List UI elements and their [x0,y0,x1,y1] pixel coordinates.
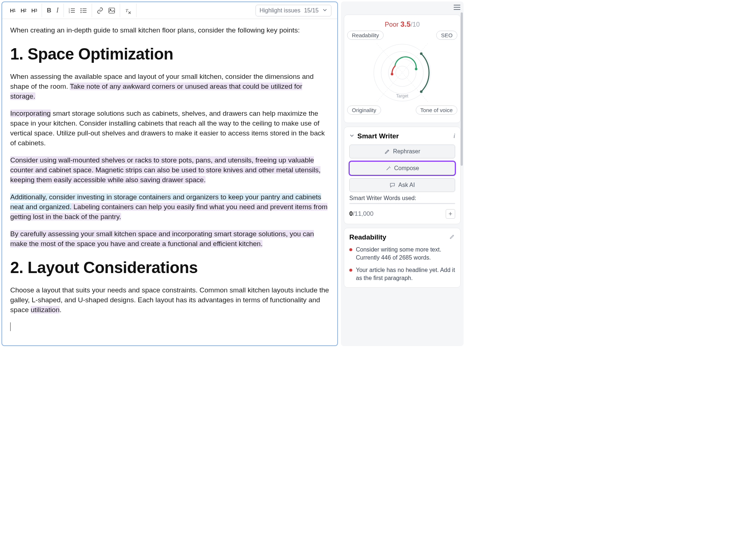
info-icon[interactable]: i [454,133,455,139]
svg-point-26 [391,73,393,76]
score-line: Poor 3.5/10 [349,20,456,28]
svg-text:T: T [125,8,128,13]
issue-count: 15/15 [304,7,319,14]
highlighted-text: Incorporating [10,110,51,117]
link-button[interactable] [94,5,106,16]
editor-column: H1 H2 H3 B I 123 T [1,1,338,346]
issue-list: Consider writing some more text. Current… [349,246,455,282]
text-cursor [10,322,11,331]
bold-button[interactable]: B [44,5,54,16]
list-group: 123 [64,4,92,17]
menu-icon[interactable] [453,4,461,12]
paragraph: Additionally, consider investing in stor… [10,192,329,222]
paragraph: When assessing the available space and l… [10,72,329,101]
svg-point-22 [374,44,431,101]
highlighted-text: By carefully assessing your small kitche… [10,230,314,248]
editor-toolbar: H1 H2 H3 B I 123 T [2,2,337,19]
chevron-down-icon [322,7,327,14]
h3-button[interactable]: H3 [29,5,39,16]
add-words-button[interactable]: + [446,209,455,219]
score-rating: Poor [385,21,399,28]
ask-ai-button[interactable]: Ask AI [349,178,455,192]
radar-chart: Readability SEO Originality Tone of voic… [349,31,456,115]
style-group: B I [42,4,64,17]
smart-writer-title: Smart Writer [357,132,451,140]
words-used-label: Smart Writer Words used: [349,195,455,202]
score-value: 3.5 [400,20,411,28]
svg-point-27 [415,68,418,70]
chevron-down-icon[interactable] [349,133,354,139]
readability-panel: Readability Consider writing some more t… [344,228,461,288]
rephraser-button[interactable]: Rephraser [349,145,455,158]
issue-item: Consider writing some more text. Current… [349,246,455,262]
insert-group [92,4,120,17]
svg-point-9 [80,8,81,9]
edit-icon[interactable] [449,234,455,241]
editor-body[interactable]: When creating an in-depth guide to small… [2,19,337,345]
edit-icon [384,149,390,154]
italic-button[interactable]: I [54,4,61,16]
svg-point-29 [420,91,423,93]
h1-button[interactable]: H1 [7,5,18,16]
heading-layout-considerations: 2. Layout Considerations [10,256,329,279]
paragraph: Consider using wall-mounted shelves or r… [10,156,329,185]
issue-dot-icon [349,269,352,272]
ordered-list-button[interactable]: 123 [66,5,78,16]
heading-group: H1 H2 H3 [5,4,42,17]
highlighted-text: utilization [31,306,59,314]
heading-space-optimization: 1. Space Optimization [10,43,329,65]
svg-point-28 [420,53,423,55]
target-label: Target [396,93,408,99]
paragraph: By carefully assessing your small kitche… [10,229,329,249]
highlight-issues-dropdown[interactable]: Highlight issues 15/15 [256,5,331,16]
metric-readability[interactable]: Readability [347,31,384,40]
svg-rect-12 [109,8,115,13]
score-card: Poor 3.5/10 Readability SEO Originality … [344,15,461,123]
issue-dot-icon [349,248,352,251]
wand-icon [385,165,391,171]
score-max: /10 [411,21,420,28]
issue-item: Your article has no headline yet. Add it… [349,266,455,282]
metric-tone[interactable]: Tone of voice [416,106,457,115]
sidebar: Poor 3.5/10 Readability SEO Originality … [341,1,464,346]
highlight-label: Highlight issues [260,7,300,14]
clear-format-button[interactable]: T [122,5,134,16]
intro-paragraph: When creating an in-depth guide to small… [10,26,329,35]
unordered-list-button[interactable] [78,5,89,16]
paragraph: Choose a layout that suits your needs an… [10,285,329,315]
metric-originality[interactable]: Originality [347,106,381,115]
svg-point-10 [80,10,81,11]
words-progress-bar [349,203,455,204]
svg-point-11 [80,12,81,13]
words-count: 0/11,000 [349,210,373,218]
h2-button[interactable]: H2 [18,5,28,16]
svg-point-13 [110,9,111,10]
chat-icon [389,182,395,188]
image-button[interactable] [106,5,118,16]
clear-group: T [120,4,137,17]
svg-point-25 [396,66,409,79]
paragraph: Incorporating smart storage solutions su… [10,109,329,148]
compose-button[interactable]: Compose [349,161,455,175]
svg-text:3: 3 [69,11,70,14]
metric-seo[interactable]: SEO [436,31,457,40]
smart-writer-panel: Smart Writer i Rephraser Compose Ask AI … [344,127,461,224]
readability-title: Readability [349,233,386,241]
